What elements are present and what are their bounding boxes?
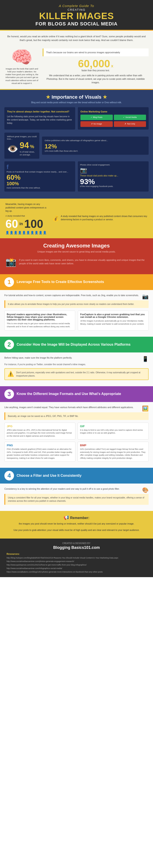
eye-label: Without great images, you could lose... (7, 135, 37, 140)
person-9: 👤 (39, 231, 42, 234)
header-killer-label: KILLER IMAGES (4, 11, 149, 21)
step-1-section: 1 Leverage Free Tools to Create Effectiv… (0, 274, 153, 337)
person-7: 👤 (30, 231, 34, 234)
megaphone-icon: 📢 (64, 515, 69, 520)
step-4-header: 4 Choose a Filter and Use It Consistentl… (0, 468, 153, 484)
step-1-info1-text: This is one simple way to get your name … (7, 322, 73, 328)
visual-clad-label: These visual-clad posts also make up... (80, 175, 147, 177)
remember-text: the images you post should never be bori… (5, 522, 148, 526)
step-1-info1-title: Beyond readers appreciating your clear i… (7, 313, 73, 321)
resource-5: https://www.socialbakers.com/blog/1453-p… (7, 570, 147, 574)
visuals-card-together: They're almost always better together. N… (4, 107, 75, 129)
resource-1: http://blog.hubspot.com/blog/tabid/6307/… (7, 556, 147, 560)
brand-prefix: Blogging (53, 545, 70, 550)
format-jpg-text: JPEG (also known as JPG, JFIF) is the in… (7, 429, 73, 438)
visuals-title: Importance of Visuals (4, 94, 149, 100)
format-bmp: BMP GIFs (sometimes called TGA) are tagg… (78, 442, 149, 462)
creating-title: Creating Awesome Images (5, 243, 148, 249)
fb-card-comments: f Posts on Facebook that contain images … (4, 161, 75, 192)
photo-context: of the most engaging Facebook posts. (80, 185, 147, 187)
visuals-card-header: They're almost always better together. N… (7, 110, 73, 114)
step-4-section: 4 Choose a Filter and Use It Consistentl… (0, 468, 153, 511)
check-social: ✓ Social Media (114, 115, 146, 120)
step-3-header: 3 Know the Different Image Formats and U… (0, 386, 153, 402)
brain-bottom-text: We understand that as a writer, your ski… (43, 74, 149, 84)
x-text-only: ✗ Text Only (114, 121, 146, 127)
intro-text: Be honest, would you read an article onl… (7, 35, 147, 42)
eye-stat-row: 👁️ 94 % % of total views, on average. (7, 141, 37, 156)
eye-stat-desc: % of total views, on average. (20, 150, 37, 156)
step-3-section: 3 Know the Different Image Formats and U… (0, 386, 153, 468)
step-1-number: 1 (4, 277, 14, 287)
people-icons: 👤 👤 👤 👤 👤 👤 👤 👤 👤 👤 (5, 231, 49, 234)
format-jpg: JPG JPEG (also known as JPG, JFIF) is th… (4, 423, 75, 440)
format-gif-text: It is okay to limit to use GIFs only whe… (80, 429, 146, 435)
person-6: 👤 (26, 231, 30, 234)
person-5: 👤 (22, 231, 26, 234)
visuals-game-grid: ✓ Blog Posts ✓ Social Media ✗ No Image ✗… (80, 115, 146, 127)
step-1-info-row: Beyond readers appreciating your clear i… (4, 311, 149, 331)
person-1: 👤 (5, 231, 9, 234)
eye-card: Without great images, you could lose... … (4, 133, 39, 159)
step-2-intro: Before hitting save, make sure the image… (4, 356, 149, 360)
study-section: Meanwhile, having images on any publishe… (0, 198, 153, 238)
format-png-title: PNG (7, 444, 73, 447)
infographic-stat: 12% (45, 143, 146, 150)
step-2-body: 📱 Before hitting save, make sure the ima… (0, 352, 153, 386)
eye-stat-block: 94 % % of total views, on average. (20, 141, 37, 156)
creating-subtitle: Unique images are the secret sauce to gr… (5, 250, 148, 254)
brain-caption: Images are the tools that catch and hold… (4, 67, 39, 85)
step-1-title: Leverage Free Tools to Create Effective … (16, 280, 104, 284)
visuals-subtitle: Blog and social media posts without imag… (4, 101, 149, 104)
infographic-card: Online publishers who take advantage of … (42, 136, 149, 155)
remember-label: Remember: (70, 516, 89, 520)
study-study-label: A study revealed that (5, 215, 49, 217)
creating-tip: If you want to earn more likes, comments… (19, 258, 148, 266)
eye-icon: 👁️ (7, 143, 18, 154)
warning-icon: ⚠️ (7, 371, 14, 377)
study-stat1: 60 (5, 218, 18, 229)
eye-stat-num: 94 (20, 141, 29, 150)
step-3-body: 🖼️ Like anything, images aren't created … (0, 402, 153, 468)
step-1-info2-title: FoxCapture is also a great screen grabbi… (80, 313, 146, 318)
photo-stat: 93% (80, 178, 147, 185)
resource-4: http://www.socialmediaexaminer.com/infog… (7, 567, 147, 570)
creating-section: Creating Awesome Images Unique images ar… (0, 238, 153, 274)
person-4: 👤 (18, 231, 22, 234)
study-intro: Meanwhile, having images on any publishe… (5, 203, 49, 213)
x-no-image: ✗ No Image (80, 121, 113, 127)
step-1-info2-text: All the images it produces automatically… (80, 319, 146, 326)
step-2-header: 2 Consider How the Image Will be Display… (0, 337, 153, 352)
brain-right: That's because our brains are wired to p… (43, 49, 149, 84)
creating-row: 📸 If you want to earn more likes, commen… (5, 257, 148, 267)
fb-card-photo: Photos drive social engagement. 📷 These … (78, 161, 149, 192)
step-2-number: 2 (4, 340, 14, 349)
format-gif: GIF It is okay to limit to use GIFs only… (78, 423, 149, 440)
platform-icon: 📱 (142, 356, 149, 362)
brain-stat: 60,000 x faster than they process text. (43, 59, 149, 72)
format-jpg-title: JPG (7, 425, 73, 428)
step-4-tip: Using a consistent filter for all your i… (4, 494, 149, 505)
study-left: Meanwhile, having images on any publishe… (5, 203, 49, 234)
footer-tip-text: Use your posts to grab attention; your v… (5, 528, 148, 532)
fb-icon: f (7, 163, 73, 170)
brain-left: 🧠 Images are the tools that catch and ho… (4, 49, 39, 85)
fb-stat2: 100% (7, 181, 73, 187)
brain-callout-text: That's because our brains are wired to p… (46, 51, 120, 54)
brain-stat-unit: x (111, 64, 113, 68)
screenshot-camera-icon: 📷 (142, 293, 149, 300)
study-stats-row: 60 in 100 (5, 218, 49, 229)
remember-text-content: the images you post should never be bori… (19, 522, 134, 525)
intro-section: Be honest, would you read an article onl… (0, 31, 153, 46)
step-3-basic-tip: Basically, an image can be saved as a JP… (4, 412, 149, 420)
photo-icon: 📷 (80, 167, 147, 174)
visuals-section: Importance of Visuals Blog and social me… (0, 90, 153, 198)
footer-brand: Blogging Basics101.com (4, 545, 149, 550)
resource-3: http://www.quicksprout.com/2012/02/22/ho… (7, 563, 147, 567)
study-right: 💰 A study revealed that having images on… (52, 215, 148, 222)
visuals-card-game: Online Marketing Game ✓ Blog Posts ✓ Soc… (78, 107, 149, 129)
eye-stat-pct: % (30, 144, 34, 149)
header-sub-label: for BLOGS and SOCIAL MEDIA (4, 21, 149, 27)
footer-resources: Resources: http://blog.hubspot.com/blog/… (4, 553, 149, 574)
brain-callout: That's because our brains are wired to p… (43, 49, 149, 57)
